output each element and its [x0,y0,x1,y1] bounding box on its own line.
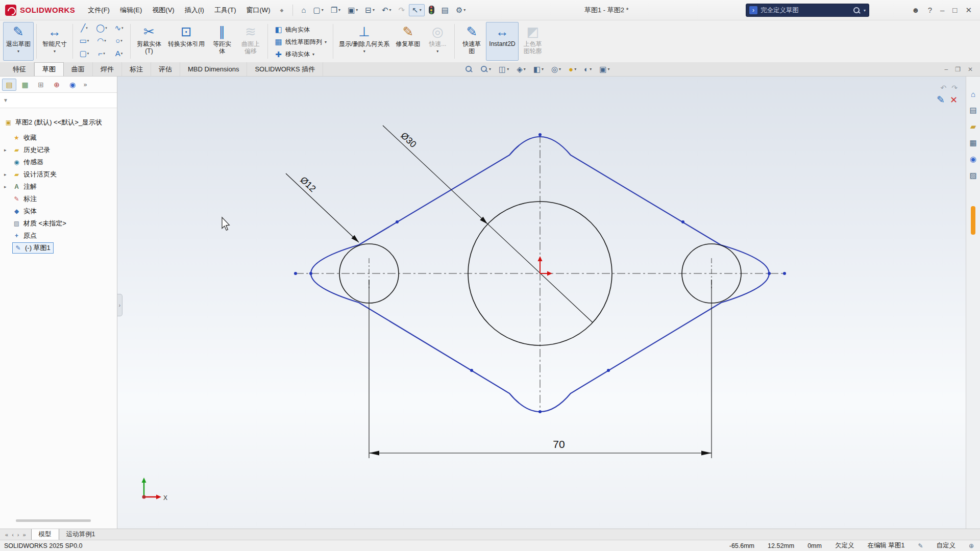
hide-show-items-button[interactable]: ◎▾ [550,64,562,75]
document-restore-icon[interactable]: ❐ [955,66,961,73]
propertymanager-tab[interactable]: ▦ [18,79,32,91]
tree-item-favorites[interactable]: ★ 收藏 [0,132,117,144]
document-minimize-icon[interactable]: – [944,66,948,73]
next-tab-icon[interactable]: › [17,532,19,538]
cancel-sketch-icon[interactable]: ✕ [950,94,958,106]
expand-arrow-icon[interactable]: ▸ [4,147,7,153]
text-tool-button[interactable]: A▾ [110,48,128,58]
exit-sketch-confirm-icon[interactable]: ✎ [937,94,945,106]
zoom-fit-button[interactable] [463,64,474,74]
rectangle-tool-button[interactable]: ▭▾ [76,36,93,46]
graphics-area[interactable]: 70 Ø30 Ø12 [117,77,966,529]
home-button[interactable]: ⌂ [298,4,309,16]
repair-sketch-button[interactable]: ✎ 修复草图 [393,22,423,61]
dimension-leader-dia12[interactable] [286,173,359,242]
sketch-origin[interactable] [538,256,553,276]
move-entities-button[interactable]: ✚ 移动实体 ▾ [271,48,318,61]
featuremanager-tab[interactable]: ▤ [2,79,16,91]
select-tool-button[interactable]: ↖▾ [409,4,425,16]
tree-item-origin[interactable]: + 原点 [0,230,117,242]
expand-arrow-icon[interactable]: ▸ [4,172,7,177]
quick-snaps-button[interactable]: ◎ 快速... ▾ [423,22,452,61]
configurationmanager-tab[interactable]: ⊞ [34,79,48,91]
last-tab-icon[interactable]: » [22,532,26,538]
expand-arrow-icon[interactable]: ▸ [4,184,7,189]
horizontal-scrollbar[interactable] [16,519,91,522]
task-pane-scroll-indicator[interactable] [971,206,975,235]
help-button[interactable]: ? [925,4,935,16]
redo-button[interactable]: ↷ [396,4,408,16]
mirror-entities-button[interactable]: ◧ 镜向实体 [271,23,313,36]
circle-tool-button[interactable]: ◯▾ [93,23,110,33]
arc-tool-button[interactable]: ◠▾ [93,36,110,46]
exit-sketch-button[interactable]: ✎ 退出草图 ▾ [3,22,34,61]
tab-evaluate[interactable]: 评估 [151,62,180,76]
print-button[interactable]: ⊟▾ [362,4,378,16]
sketch-canvas[interactable]: 70 Ø30 Ø12 [117,77,966,529]
search-input[interactable]: 完全定义草图 [761,6,850,15]
search-box[interactable]: › 完全定义草图 ▾ [746,4,869,17]
view-orientation-button[interactable]: ◈▾ [515,64,527,75]
tab-mbd-dimensions[interactable]: MBD Dimensions [180,62,247,76]
rebuild-button[interactable] [426,4,437,16]
zoom-area-button[interactable]: ▾ [479,64,493,74]
offset-entities-button[interactable]: ∥ 等距实体 [208,22,236,61]
model-tab[interactable]: 模型 [31,529,59,540]
convert-entities-button[interactable]: ⊡ 转换实体引用 [165,22,208,61]
menu-insert[interactable]: 插入(I) [180,3,209,17]
menu-file[interactable]: 文件(F) [83,3,114,17]
open-button[interactable]: ❐▾ [328,4,344,16]
menu-edit[interactable]: 编辑(E) [115,3,146,17]
apply-scene-button[interactable]: ◐▾ [582,64,593,74]
filter-input[interactable] [11,95,114,106]
ellipse-tool-button[interactable]: ○▾ [110,36,128,45]
fillet-tool-button[interactable]: ⌐▾ [93,48,110,58]
view-palette-icon[interactable]: ▦ [969,138,976,147]
spline-tool-button[interactable]: ∿▾ [110,23,128,33]
panel-tabs-overflow-button[interactable]: » [81,79,89,91]
document-close-icon[interactable]: ✕ [968,66,973,73]
window-close-button[interactable]: ✕ [962,4,975,16]
new-document-button[interactable]: ▢▾ [310,4,326,16]
file-explorer-icon[interactable]: ▰ [970,122,976,131]
tab-markup[interactable]: 标注 [122,62,151,76]
linear-sketch-pattern-button[interactable]: ▦ 线性草图阵列 ▾ [271,36,330,48]
menu-window[interactable]: 窗口(W) [242,3,275,17]
section-view-button[interactable]: ◫▾ [497,64,510,75]
tab-weldments[interactable]: 焊件 [93,62,122,76]
tree-root-item[interactable]: ▣ 草图2 (默认) <<默认>_显示状 [0,116,117,129]
account-button[interactable]: ☻ [909,4,923,16]
shaded-sketch-contours-button[interactable]: ◩ 上色草图轮廓 [519,22,547,61]
tab-surfaces[interactable]: 曲面 [64,62,93,76]
slot-tool-button[interactable]: ▢▾ [76,48,93,59]
tree-item-sensors[interactable]: ◉ 传感器 [0,156,117,168]
tab-sketch[interactable]: 草图 [34,62,64,76]
offset-on-surface-button[interactable]: ≋ 曲面上偏移 [236,22,265,61]
tree-item-design-binder[interactable]: ▸ ▰ 设计活页夹 [0,168,117,181]
display-delete-relations-button[interactable]: ⊥ 显示/删除几何关系 ▾ [336,22,393,61]
tab-solidworks-addins[interactable]: SOLIDWORKS 插件 [247,62,323,76]
displaymanager-tab[interactable]: ◉ [65,79,80,91]
view-undo-icon[interactable]: ↶ [941,84,947,92]
dimension-text-dia12[interactable]: Ø12 [298,174,318,194]
tree-item-sketch1[interactable]: ✎ (-) 草图1 [0,242,117,254]
appearances-icon[interactable]: ◉ [970,155,976,164]
tree-item-markups[interactable]: ✎ 标注 [0,193,117,205]
instant2d-button[interactable]: ↔ Instant2D [486,22,518,61]
dimension-text-dia30[interactable]: Ø30 [399,130,419,149]
window-minimize-button[interactable]: – [937,4,947,16]
undo-button[interactable]: ↶▾ [379,4,395,16]
view-redo-icon[interactable]: ↷ [951,84,958,92]
options-button[interactable]: ⚙▾ [453,4,469,16]
globe-icon[interactable]: ⊕ [969,542,974,549]
search-icon[interactable] [853,7,861,14]
chevron-down-icon[interactable]: ▾ [864,8,866,13]
tab-features[interactable]: 特征 [5,62,34,76]
menu-view[interactable]: 视图(V) [148,3,179,17]
tree-item-history[interactable]: ▸ ▰ 历史记录 [0,144,117,156]
units-selector[interactable]: 自定义 [936,541,955,550]
dimension-text-70[interactable]: 70 [553,438,565,450]
previous-tab-icon[interactable]: ‹ [12,532,14,538]
dimension-leader-dia30[interactable] [383,126,593,322]
smart-dimension-button[interactable]: ↔ 智能尺寸 ▾ [39,22,70,61]
